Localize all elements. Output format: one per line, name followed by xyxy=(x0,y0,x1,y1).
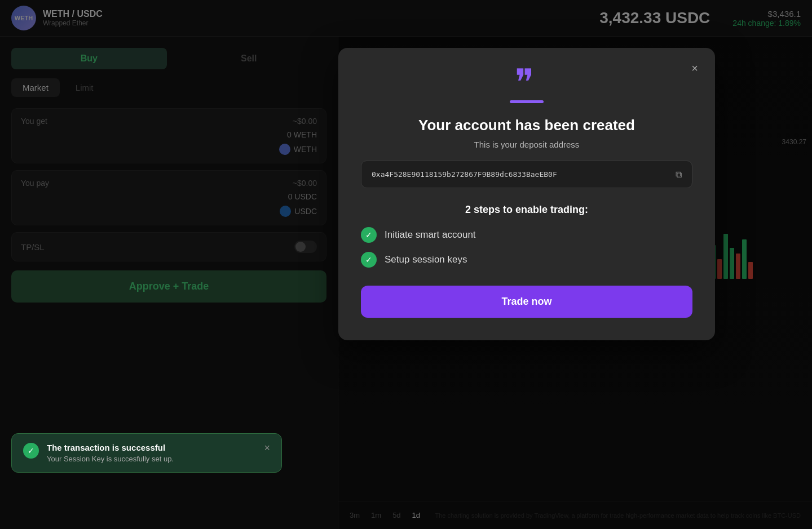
step-1: ✓ Initiate smart account xyxy=(361,227,692,243)
toast-title: The transaction is successful xyxy=(47,443,256,452)
modal-title: Your account has been created xyxy=(361,117,692,134)
trade-now-button[interactable]: Trade now xyxy=(361,286,692,318)
modal-close-button[interactable]: × xyxy=(686,59,704,77)
step-2-text: Setup session keys xyxy=(385,254,467,265)
step-2-check: ✓ xyxy=(361,252,377,268)
quotation-marks-icon: ❞ xyxy=(515,70,539,96)
account-created-modal: × ❞ Your account has been created This i… xyxy=(338,48,715,340)
step-2: ✓ Setup session keys xyxy=(361,252,692,268)
step-1-text: Initiate smart account xyxy=(385,229,476,241)
step-1-check: ✓ xyxy=(361,227,377,243)
icon-underline xyxy=(510,100,544,103)
modal-icon-area: ❞ xyxy=(361,70,692,103)
toast-close-button[interactable]: × xyxy=(264,443,270,453)
deposit-address-text: 0xa4F528E90118159b272867F9B89dc6833BaeEB… xyxy=(372,170,557,179)
toast-content: The transaction is successful Your Sessi… xyxy=(47,443,256,463)
copy-address-icon[interactable]: ⧉ xyxy=(676,169,682,180)
toast-body: Your Session Key is succesfully set up. xyxy=(47,455,256,463)
success-toast: ✓ The transaction is successful Your Ses… xyxy=(11,433,282,473)
deposit-address-box: 0xa4F528E90118159b272867F9B89dc6833BaeEB… xyxy=(361,161,692,188)
modal-subtitle: This is your deposit address xyxy=(361,140,692,149)
toast-check-icon: ✓ xyxy=(23,443,39,459)
steps-title: 2 steps to enable trading: xyxy=(361,204,692,216)
